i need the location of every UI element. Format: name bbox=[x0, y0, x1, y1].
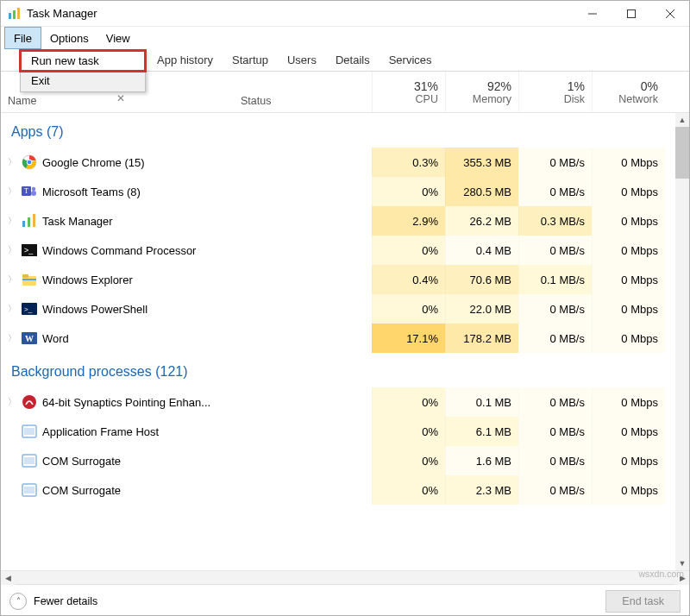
table-row[interactable]: 〉64-bit Synaptics Pointing Enhan...0%0.1… bbox=[1, 387, 689, 417]
chevron-right-icon[interactable]: 〉 bbox=[8, 396, 16, 408]
cell-cpu: 2.9% bbox=[372, 206, 445, 236]
tab-services[interactable]: Services bbox=[380, 49, 442, 71]
tab-startup[interactable]: Startup bbox=[223, 49, 278, 71]
scroll-up-icon[interactable]: ▲ bbox=[675, 113, 689, 127]
group-background[interactable]: Background processes (121) bbox=[1, 353, 689, 387]
cell-memory: 2.3 MB bbox=[445, 475, 518, 505]
table-row[interactable]: 〉>_Windows Command Processor0%0.4 MB0 MB… bbox=[1, 236, 689, 265]
col-net-label: Network bbox=[618, 93, 658, 105]
chevron-right-icon[interactable]: 〉 bbox=[8, 273, 16, 286]
close-button[interactable] bbox=[650, 1, 689, 27]
tab-app-history[interactable]: App history bbox=[147, 49, 223, 71]
menu-run-new-task[interactable]: Run new task bbox=[19, 49, 147, 72]
col-memory[interactable]: 92% Memory bbox=[445, 72, 518, 112]
process-name: Windows PowerShell bbox=[42, 303, 147, 316]
chevron-right-icon[interactable]: 〉 bbox=[8, 332, 16, 344]
cell-disk: 0 MB/s bbox=[518, 177, 592, 206]
table-row[interactable]: 〉TMicrosoft Teams (8)0%280.5 MB0 MB/s0 M… bbox=[1, 177, 689, 206]
cell-disk: 0 MB/s bbox=[518, 236, 592, 265]
cell-memory: 178.2 MB bbox=[445, 324, 518, 353]
svg-text:>_: >_ bbox=[24, 246, 34, 255]
process-name: Windows Explorer bbox=[42, 273, 133, 286]
cell-network: 0 Mbps bbox=[592, 294, 665, 324]
process-icon bbox=[22, 424, 37, 439]
svg-rect-33 bbox=[24, 487, 34, 493]
minimize-button[interactable] bbox=[573, 1, 612, 27]
process-name: Google Chrome (15) bbox=[42, 156, 145, 169]
cell-memory: 70.6 MB bbox=[445, 265, 518, 294]
cell-disk: 0 MB/s bbox=[518, 324, 592, 353]
table-row[interactable]: 〉>_Windows PowerShell0%22.0 MB0 MB/s0 Mb… bbox=[1, 294, 689, 324]
cell-status bbox=[234, 294, 372, 324]
scroll-thumb[interactable] bbox=[675, 127, 689, 179]
cell-name: 〉WWord bbox=[1, 324, 234, 353]
svg-rect-15 bbox=[22, 221, 25, 227]
process-name: Word bbox=[42, 332, 69, 345]
col-status[interactable]: Status bbox=[234, 72, 372, 112]
menu-exit[interactable]: Exit bbox=[21, 71, 145, 91]
cell-network: 0 Mbps bbox=[592, 324, 665, 353]
table-row[interactable]: 〉Task Manager2.9%26.2 MB0.3 MB/s0 Mbps bbox=[1, 206, 689, 236]
cell-name: 〉64-bit Synaptics Pointing Enhan... bbox=[1, 387, 234, 417]
cell-name: COM Surrogate bbox=[1, 446, 234, 475]
process-name: 64-bit Synaptics Pointing Enhan... bbox=[42, 396, 210, 409]
cell-status bbox=[234, 148, 372, 177]
cell-cpu: 0% bbox=[372, 475, 445, 505]
cell-memory: 22.0 MB bbox=[445, 294, 518, 324]
chevron-right-icon[interactable]: 〉 bbox=[8, 156, 16, 168]
cell-name: COM Surrogate bbox=[1, 475, 234, 505]
chevron-right-icon[interactable]: 〉 bbox=[8, 215, 16, 227]
col-cpu[interactable]: 31% CPU bbox=[372, 72, 445, 112]
scrollbar-vertical[interactable]: ▲ ▼ bbox=[675, 113, 689, 570]
col-mem-pct: 92% bbox=[487, 79, 511, 93]
group-apps[interactable]: Apps (7) bbox=[1, 113, 689, 148]
col-network[interactable]: 0% Network bbox=[592, 72, 665, 112]
chevron-up-icon[interactable]: ˄ bbox=[9, 593, 27, 610]
menu-options[interactable]: Options bbox=[41, 27, 97, 49]
clear-search-icon[interactable]: ✕ bbox=[116, 92, 125, 104]
chevron-right-icon[interactable]: 〉 bbox=[8, 244, 16, 256]
maximize-button[interactable] bbox=[612, 1, 650, 27]
menu-file[interactable]: File bbox=[4, 27, 41, 49]
process-icon: W bbox=[22, 330, 37, 346]
cell-disk: 0 MB/s bbox=[518, 387, 592, 417]
cell-name: 〉Task Manager bbox=[1, 206, 234, 236]
table-row[interactable]: 〉Google Chrome (15)0.3%355.3 MB0 MB/s0 M… bbox=[1, 148, 689, 177]
process-icon: >_ bbox=[22, 242, 37, 258]
table-row[interactable]: COM Surrogate0%1.6 MB0 MB/s0 Mbps bbox=[1, 446, 689, 475]
cell-memory: 26.2 MB bbox=[445, 206, 518, 236]
table-row[interactable]: 〉Windows Explorer0.4%70.6 MB0.1 MB/s0 Mb… bbox=[1, 265, 689, 294]
chevron-right-icon[interactable]: 〉 bbox=[8, 303, 16, 315]
cell-name: 〉>_Windows Command Processor bbox=[1, 236, 234, 265]
process-list: Apps (7) 〉Google Chrome (15)0.3%355.3 MB… bbox=[1, 113, 689, 570]
menu-view[interactable]: View bbox=[97, 27, 139, 49]
cell-network: 0 Mbps bbox=[592, 446, 665, 475]
table-row[interactable]: COM Surrogate0%2.3 MB0 MB/s0 Mbps bbox=[1, 475, 689, 505]
table-row[interactable]: Application Frame Host0%6.1 MB0 MB/s0 Mb… bbox=[1, 417, 689, 446]
cell-network: 0 Mbps bbox=[592, 206, 665, 236]
fewer-details-link[interactable]: Fewer details bbox=[34, 595, 97, 607]
chevron-right-icon[interactable]: 〉 bbox=[8, 185, 16, 198]
scrollbar-horizontal[interactable]: ◀ ▶ bbox=[1, 570, 689, 584]
process-icon bbox=[22, 394, 37, 410]
cell-disk: 0 MB/s bbox=[518, 446, 592, 475]
col-disk[interactable]: 1% Disk bbox=[518, 72, 592, 112]
svg-rect-0 bbox=[9, 13, 11, 19]
process-icon bbox=[22, 154, 37, 170]
tab-details[interactable]: Details bbox=[326, 49, 380, 71]
cell-name: 〉Google Chrome (15) bbox=[1, 148, 234, 177]
table-row[interactable]: 〉WWord17.1%178.2 MB0 MB/s0 Mbps bbox=[1, 324, 689, 353]
cell-network: 0 Mbps bbox=[592, 177, 665, 206]
cell-disk: 0 MB/s bbox=[518, 294, 592, 324]
scroll-left-icon[interactable]: ◀ bbox=[1, 571, 15, 585]
cell-status bbox=[234, 265, 372, 294]
window-title: Task Manager bbox=[27, 7, 97, 20]
svg-point-13 bbox=[32, 187, 35, 191]
process-icon bbox=[22, 482, 37, 498]
tab-users[interactable]: Users bbox=[278, 49, 326, 71]
end-task-button[interactable]: End task bbox=[605, 590, 681, 613]
svg-point-27 bbox=[22, 395, 36, 409]
cell-status bbox=[234, 446, 372, 475]
process-icon bbox=[22, 272, 37, 287]
cell-cpu: 0% bbox=[372, 294, 445, 324]
